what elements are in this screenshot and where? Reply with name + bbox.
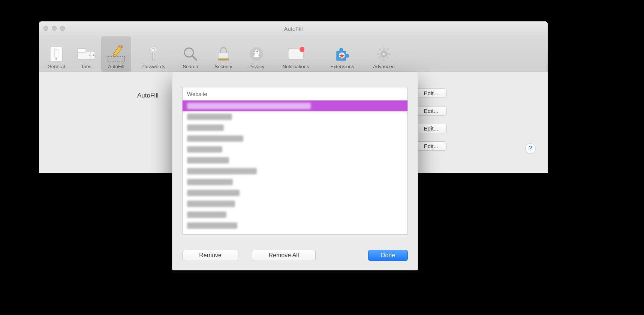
passwords-icon <box>147 44 160 64</box>
table-row[interactable] <box>183 122 407 133</box>
tab-general[interactable]: General <box>41 36 71 72</box>
table-row[interactable] <box>183 209 407 220</box>
close-window-button[interactable] <box>43 26 48 31</box>
table-row[interactable] <box>183 133 407 144</box>
redacted-website <box>187 201 235 207</box>
titlebar: AutoFill <box>39 21 548 36</box>
tab-tabs[interactable]: ＋ ＋ Tabs <box>71 36 101 72</box>
preferences-toolbar: General ＋ ＋ Tabs <box>39 36 548 72</box>
svg-line-17 <box>192 56 196 60</box>
security-icon <box>217 44 230 64</box>
tab-label: General <box>48 64 65 69</box>
tab-security[interactable]: Security <box>205 36 241 72</box>
svg-rect-34 <box>377 53 380 55</box>
autofill-icon <box>106 44 126 64</box>
table-row[interactable] <box>183 144 407 155</box>
table-row[interactable] <box>183 220 407 231</box>
minimize-window-button[interactable] <box>52 26 57 31</box>
svg-rect-1 <box>54 49 58 57</box>
autofill-websites-sheet: Website Remove Remove All Done <box>172 72 418 270</box>
help-button[interactable]: ? <box>525 143 536 154</box>
remove-button[interactable]: Remove <box>182 250 238 261</box>
website-rows <box>183 100 407 231</box>
redacted-website <box>187 135 243 142</box>
sheet-button-bar: Remove Remove All Done <box>182 250 408 261</box>
svg-point-2 <box>55 58 57 60</box>
table-row[interactable] <box>183 177 407 188</box>
website-column-header[interactable]: Website <box>183 87 407 100</box>
svg-rect-25 <box>256 50 258 55</box>
svg-rect-4 <box>78 49 86 52</box>
redacted-website <box>187 179 233 185</box>
tab-label: AutoFill <box>108 64 124 69</box>
svg-rect-19 <box>218 58 229 60</box>
tab-advanced[interactable]: Advanced <box>364 36 403 72</box>
tab-search[interactable]: Search <box>175 36 205 72</box>
svg-rect-38 <box>386 48 389 51</box>
tab-label: Search <box>183 64 198 69</box>
redacted-website <box>187 222 237 229</box>
edit-button-1[interactable]: Edit... <box>415 88 447 98</box>
redacted-website <box>187 190 240 196</box>
svg-rect-32 <box>383 47 385 50</box>
tab-passwords[interactable]: Passwords <box>131 36 175 72</box>
svg-text:＋: ＋ <box>92 53 95 57</box>
table-row[interactable] <box>183 100 407 111</box>
tab-label: Security <box>215 64 232 69</box>
tab-label: Notifications <box>283 64 309 69</box>
svg-rect-36 <box>378 48 381 51</box>
redacted-website <box>187 124 224 131</box>
tab-notifications[interactable]: Notifications <box>271 36 320 72</box>
remove-all-button[interactable]: Remove All <box>252 250 316 261</box>
tab-label: Privacy <box>249 64 265 69</box>
svg-rect-8 <box>108 56 124 61</box>
table-row[interactable] <box>183 198 407 209</box>
tab-privacy[interactable]: Privacy <box>241 36 271 72</box>
svg-rect-35 <box>388 53 391 55</box>
search-icon <box>183 44 198 64</box>
table-row[interactable] <box>183 111 407 122</box>
table-row[interactable] <box>183 188 407 198</box>
autofill-section-label: AutoFill <box>137 92 159 99</box>
redacted-website <box>187 168 257 174</box>
website-table: Website <box>182 87 408 235</box>
traffic-lights <box>43 26 65 31</box>
redacted-website <box>187 157 229 164</box>
svg-point-40 <box>383 53 385 56</box>
tab-extensions[interactable]: Extensions <box>320 36 364 72</box>
redacted-website <box>187 114 232 120</box>
edit-button-4[interactable]: Edit... <box>415 141 447 151</box>
tab-label: Passwords <box>141 64 165 69</box>
svg-rect-39 <box>378 56 381 59</box>
tab-label: Advanced <box>373 64 395 69</box>
edit-buttons-column: Edit... Edit... Edit... Edit... <box>415 88 447 151</box>
svg-text:＋: ＋ <box>88 53 91 57</box>
svg-rect-26 <box>258 51 259 55</box>
tabs-icon: ＋ ＋ <box>77 44 95 64</box>
table-row[interactable] <box>183 166 407 177</box>
svg-point-13 <box>152 48 155 51</box>
tab-autofill[interactable]: AutoFill <box>101 36 131 72</box>
privacy-icon <box>249 44 264 64</box>
edit-button-3[interactable]: Edit... <box>415 124 447 133</box>
svg-rect-37 <box>386 56 389 59</box>
redacted-website <box>187 212 226 218</box>
notifications-icon <box>287 44 304 64</box>
general-icon <box>50 44 63 64</box>
zoom-window-button[interactable] <box>60 26 65 31</box>
window-title: AutoFill <box>284 26 303 32</box>
redacted-website <box>187 146 222 153</box>
extensions-icon <box>334 44 350 64</box>
redacted-website <box>187 103 311 109</box>
tab-label: Extensions <box>330 64 354 69</box>
advanced-icon <box>376 44 392 64</box>
done-button[interactable]: Done <box>368 250 408 261</box>
svg-rect-33 <box>383 58 385 61</box>
table-row[interactable] <box>183 155 407 166</box>
svg-rect-15 <box>153 58 156 60</box>
tab-label: Tabs <box>81 64 91 69</box>
svg-rect-24 <box>255 50 256 55</box>
edit-button-2[interactable]: Edit... <box>415 106 447 116</box>
